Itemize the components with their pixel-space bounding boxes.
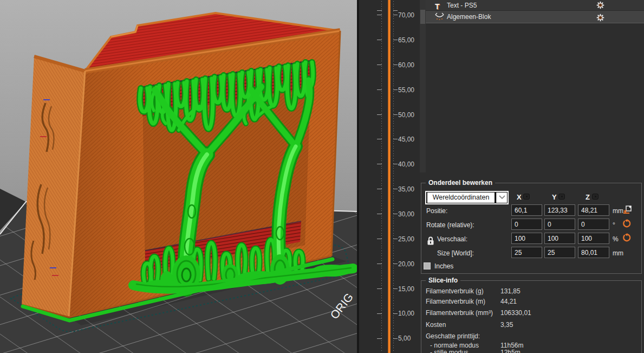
scrollbar-thumb[interactable]	[420, 10, 425, 24]
ruler-label: 60,00	[398, 61, 420, 69]
right-panel: T Text - PS5	[420, 0, 644, 353]
reset-rotation-icon[interactable]	[622, 219, 632, 229]
coordinate-system-select[interactable]: Wereldcoördinaten	[425, 191, 509, 204]
axis-y-icon	[558, 194, 565, 200]
slice-info-group: Slice-info Filamentverbruik (g) 131,85 F…	[421, 280, 642, 353]
ruler-label: 35,00	[398, 185, 420, 193]
scale-lock-icon[interactable]	[427, 236, 434, 247]
size-z-input[interactable]	[578, 247, 609, 258]
group-title: Onderdeel bewerken	[426, 179, 495, 187]
scale-x-input[interactable]	[511, 233, 542, 244]
edit-part-group: Onderdeel bewerken Wereldcoördinaten X Y…	[421, 183, 642, 274]
position-x-input[interactable]	[511, 204, 542, 216]
settings-gear-icon[interactable]	[596, 14, 604, 22]
ruler-label: 5,00	[398, 335, 420, 342]
mesh-object-icon	[435, 12, 444, 21]
rotate-label: Rotate (relative):	[426, 221, 474, 229]
ruler-label: 20,00	[398, 260, 420, 268]
reset-scale-icon[interactable]	[622, 233, 632, 243]
ruler-label: 65,00	[398, 36, 420, 44]
position-z-input[interactable]	[578, 204, 609, 216]
ruler-label: 55,00	[398, 86, 420, 94]
ruler-label: 25,00	[398, 235, 420, 243]
slicer-app: ORIG	[0, 0, 644, 353]
axis-z-icon	[592, 194, 599, 200]
ruler-label: 30,00	[398, 210, 420, 218]
ruler-label: 15,00	[398, 285, 420, 293]
rotate-z-input[interactable]	[578, 219, 609, 230]
ruler-label: 45,00	[398, 136, 420, 143]
axis-header-y: Y	[552, 193, 557, 201]
ruler-label: 50,00	[398, 111, 420, 119]
axis-header-x: X	[517, 193, 522, 201]
drop-to-bed-icon[interactable]	[622, 205, 632, 215]
rotate-x-input[interactable]	[511, 219, 542, 230]
text-object-icon: T	[435, 1, 444, 10]
object-label: Algemeen-Blok	[447, 13, 491, 21]
chevron-down-icon[interactable]	[496, 192, 507, 203]
list-scrollbar[interactable]	[420, 0, 426, 172]
position-label: Positie:	[426, 207, 447, 215]
size-x-input[interactable]	[511, 247, 542, 258]
size-label: Size [World]:	[437, 249, 474, 257]
size-y-input[interactable]	[544, 247, 575, 258]
scale-label: Verschaal:	[437, 235, 467, 243]
object-row-text[interactable]: T Text - PS5	[426, 0, 644, 11]
scale-z-input[interactable]	[578, 233, 609, 244]
settings-gear-icon[interactable]	[596, 1, 604, 9]
z-ruler: 70,00 65,00 60,00 55,00 50,00 45,00 40,0…	[359, 0, 420, 353]
scale-y-input[interactable]	[544, 233, 575, 244]
axis-header-z: Z	[586, 193, 590, 201]
ruler-label: 40,00	[398, 161, 420, 168]
position-y-input[interactable]	[544, 204, 575, 216]
object-label: Text - PS5	[447, 2, 477, 9]
object-row-algemeen-blok[interactable]: Algemeen-Blok	[426, 11, 644, 23]
group-title: Slice-info	[426, 277, 460, 284]
rotate-y-input[interactable]	[544, 219, 575, 230]
inches-label: Inches	[434, 262, 453, 270]
ruler-label: 70,00	[398, 11, 420, 19]
ruler-label: 10,00	[398, 310, 420, 317]
layer-slider[interactable]	[388, 0, 391, 353]
inches-checkbox[interactable]	[424, 262, 431, 269]
viewport-3d[interactable]: ORIG	[0, 0, 357, 353]
axis-x-icon	[523, 194, 530, 200]
